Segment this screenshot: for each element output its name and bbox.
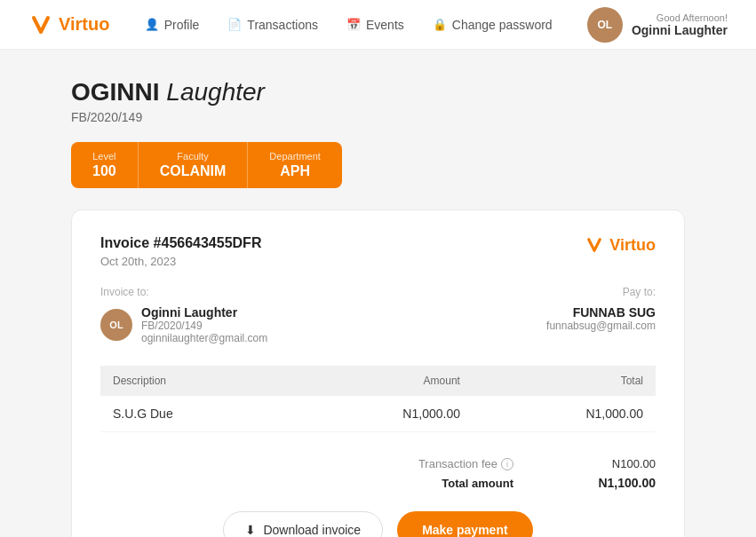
invoice-header: Invoice #456643455DFR Oct 20th, 2023 Vir…: [100, 235, 656, 268]
table-row: S.U.G Due N1,000.00 N1,000.00: [100, 396, 656, 432]
badge-faculty: Faculty COLANIM: [139, 142, 249, 188]
invoice-summary: Transaction fee i N100.00 Total amount N…: [100, 450, 656, 490]
invoice-recipient-info: Oginni Laughter FB/2020/149 oginnilaught…: [141, 305, 267, 344]
nav-item-profile[interactable]: 👤 Profile: [145, 18, 200, 32]
transaction-fee-value: N100.00: [585, 457, 656, 470]
events-icon: 📅: [346, 18, 361, 31]
row-total: N1,000.00: [473, 396, 656, 432]
info-badge: Level 100 Faculty COLANIM Department APH: [71, 142, 342, 188]
col-total: Total: [473, 366, 656, 396]
invoice-date: Oct 20th, 2023: [100, 255, 261, 268]
invoice-to-content: OL Oginni Laughter FB/2020/149 oginnilau…: [100, 305, 267, 344]
total-amount-label: Total amount: [442, 477, 513, 490]
invoice-recipient-avatar: OL: [100, 309, 132, 341]
invoice-logo-icon: [585, 235, 604, 255]
user-name: Oginni Laughter: [632, 23, 728, 37]
invoice-table: Description Amount Total S.U.G Due N1,00…: [100, 366, 656, 432]
logo-icon: [28, 12, 53, 37]
row-description: S.U.G Due: [100, 396, 290, 432]
nav-item-events[interactable]: 📅 Events: [346, 18, 404, 32]
transactions-icon: 📄: [227, 18, 242, 31]
greeting-text: Good Afternoon!: [632, 12, 728, 23]
pay-to: Pay to: FUNNAB SUG funnabsug@gmail.com: [546, 286, 656, 344]
lock-icon: 🔒: [433, 18, 447, 31]
invoice-logo: Virtuo: [585, 235, 656, 255]
col-description: Description: [100, 366, 290, 396]
total-amount-row: Total amount N1,100.00: [100, 476, 656, 490]
invoice-card: Invoice #456643455DFR Oct 20th, 2023 Vir…: [71, 209, 685, 537]
avatar: OL: [587, 7, 623, 43]
invoice-number-section: Invoice #456643455DFR Oct 20th, 2023: [100, 235, 261, 268]
transaction-fee-row: Transaction fee i N100.00: [100, 457, 656, 470]
student-id: FB/2020/149: [71, 110, 685, 124]
invoice-parties: Invoice to: OL Oginni Laughter FB/2020/1…: [100, 286, 656, 344]
nav-item-change-password[interactable]: 🔒 Change password: [433, 18, 553, 32]
main-content: OGINNI Laughter FB/2020/149 Level 100 Fa…: [0, 50, 756, 537]
profile-icon: 👤: [145, 18, 159, 31]
invoice-to: Invoice to: OL Oginni Laughter FB/2020/1…: [100, 286, 267, 344]
row-amount: N1,000.00: [290, 396, 473, 432]
user-greeting: Good Afternoon! Oginni Laughter: [632, 12, 728, 37]
download-icon: ⬇: [245, 523, 256, 537]
download-invoice-button[interactable]: ⬇ Download invoice: [223, 511, 383, 537]
header: Virtuo 👤 Profile 📄 Transactions 📅 Events…: [0, 0, 756, 50]
user-area: OL Good Afternoon! Oginni Laughter: [587, 7, 728, 43]
invoice-number: Invoice #456643455DFR: [100, 235, 261, 251]
badge-department: Department APH: [248, 142, 341, 188]
page-title: OGINNI Laughter: [71, 78, 685, 107]
info-icon[interactable]: i: [501, 458, 513, 470]
make-payment-button[interactable]: Make payment: [397, 511, 532, 537]
nav-item-transactions[interactable]: 📄 Transactions: [227, 18, 318, 32]
invoice-actions: ⬇ Download invoice Make payment: [100, 511, 656, 537]
badge-level: Level 100: [71, 142, 139, 188]
logo: Virtuo: [28, 12, 109, 37]
total-amount-value: N1,100.00: [585, 476, 656, 490]
main-nav: 👤 Profile 📄 Transactions 📅 Events 🔒 Chan…: [145, 18, 553, 32]
transaction-fee-label: Transaction fee i: [418, 457, 513, 470]
col-amount: Amount: [290, 366, 473, 396]
